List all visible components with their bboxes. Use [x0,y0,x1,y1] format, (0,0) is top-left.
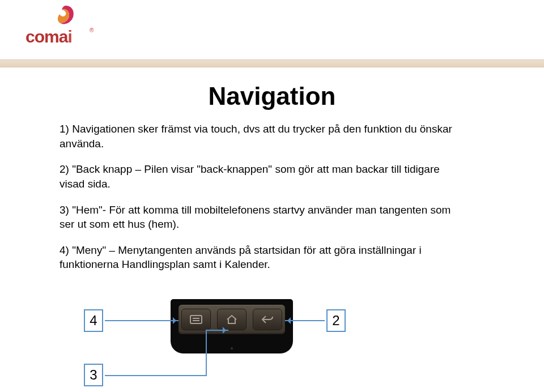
arrow-to-home-segment-c [206,330,228,331]
logo: comai ® [26,5,94,56]
phone-button-bar [178,305,285,334]
back-icon [260,314,275,325]
arrow-to-back [285,320,325,321]
arrow-to-home-segment-b [206,330,207,376]
home-icon [225,314,239,325]
logo-text: comai [26,27,72,46]
svg-rect-0 [190,316,202,323]
callout-label-3: 3 [84,364,103,386]
phone-body [171,299,293,353]
logo-swirl-icon [56,5,75,27]
back-button[interactable] [253,309,282,330]
paragraph-2: 2) "Back knapp – Pilen visar "back-knapp… [60,162,468,191]
callout-label-2: 2 [326,309,346,332]
paragraph-1: 1) Navigationen sker främst via touch, d… [60,122,468,151]
paragraph-3: 3) "Hem"- För att komma till mobiltelefo… [60,203,468,232]
trademark-symbol: ® [90,27,94,33]
menu-button[interactable] [181,309,211,330]
arrow-to-home-segment-a [105,375,207,376]
home-button[interactable] [217,309,246,330]
callout-label-4: 4 [84,309,103,332]
phone-speaker-dot [231,347,233,350]
header-divider-bar [0,59,544,67]
arrow-to-menu [105,320,178,321]
menu-icon [189,314,203,325]
page-title: Navigation [0,82,544,110]
paragraph-4: 4) "Meny" – Menytangenten används på sta… [60,243,468,272]
content-body: 1) Navigationen sker främst via touch, d… [60,122,468,283]
phone-diagram: 4 2 3 [60,299,456,384]
